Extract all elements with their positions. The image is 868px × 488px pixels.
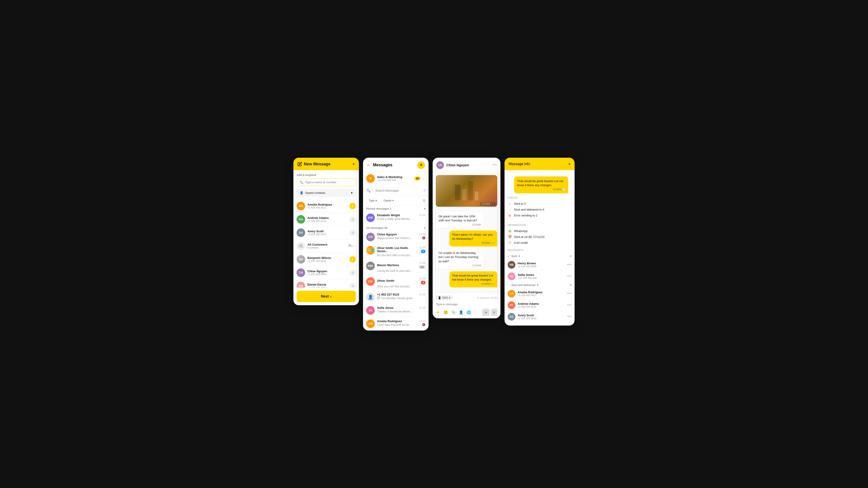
contact-name: Chloe Nguyen [307,269,347,273]
search-input[interactable] [305,181,353,184]
check-icon: ✓ [508,255,510,258]
more-options-button[interactable]: ••• [493,163,497,167]
avatar: AA [297,215,305,224]
muted-icon: 🔇 [422,236,426,239]
view-options-icon: ⊞ [423,199,426,202]
whatsapp-icon: ✳️ [508,229,512,233]
channel-row: ✳️ WhatsApp [508,228,571,234]
conv-preview: Yes Monday sounds great [381,297,412,300]
contact-add-button[interactable]: + [349,230,356,236]
recipient-name: Andrew Adams [518,302,565,305]
lightning-button[interactable]: ⚡ [436,310,440,315]
error-icon: ⊗ [508,214,512,217]
group-avatar [297,242,305,250]
chat-contact-name: Chloe Nguyen [446,163,469,167]
contact-add-button[interactable]: + [349,283,356,288]
recipient-more-button[interactable]: ••• [567,291,571,296]
sent-message-text: That would be great thanks! Let me know … [517,179,565,187]
recipient-more-button[interactable]: ••• [567,274,571,279]
recipient-more-button[interactable]: ••• [567,314,571,319]
pinned-messages-section: Pinned messages 1 ▾ [363,205,429,211]
panel4-close-button[interactable]: × [568,162,570,166]
panel2-title: Messages [373,163,393,167]
conversation-item[interactable]: OS Oliver Smith 11:30 4 Sure, you can fi… [363,275,429,291]
contact-check-button[interactable]: ✓ [349,203,356,209]
recipient-number: +(1) 224 456 544 [518,276,565,279]
contact-name: Amelia Rodriguez [307,203,347,206]
saved-contacts-button[interactable]: 👤 Saved contacts ▾ [297,189,356,197]
panel4-header: Message info × [504,158,575,170]
group-action: › [348,244,356,248]
clock-icon: ⏱ [508,241,512,245]
active-conversation-bar[interactable]: S Sales & Marketing +(1) 224 456 544 10 … [363,172,429,185]
recipient-number: +1 425 425 0008 [518,265,565,268]
conv-time: 11:30 [419,277,426,280]
avatar: DG [297,282,305,288]
avatar: CN [436,161,444,169]
saved-contacts-label: Saved contacts [305,191,325,195]
recipient-name: Amelia Rodriguez [518,291,565,294]
avatar: BW [297,255,305,264]
message-input[interactable] [436,302,497,307]
information-section: INFORMATION ✳️ WhatsApp 📅 Sent at 18:48,… [504,221,575,246]
sms-channel-button[interactable]: 📱 SMS ▾ [436,295,452,300]
send-options-button[interactable]: ▾ [491,308,497,316]
emoji-button[interactable]: 🙂 [443,310,448,315]
contacts-button[interactable]: 👤 [459,310,463,315]
send-button[interactable]: ➤ [482,308,490,316]
search-icon: 🔍 [366,188,371,193]
contact-item: BW Benjamin Wilson +1 425 425 0014 ✓ [297,253,356,266]
recipient-item: SJ Sofia Jones +(1) 224 456 544 ••• [508,271,571,282]
contact-check-button[interactable]: ✓ [349,256,356,263]
attachment-button[interactable]: 📎 [451,310,456,315]
chevron-right-icon: › [330,294,331,298]
conversation-item[interactable]: OS LS Oliver Smith, Leo Smith, Hector...… [363,244,429,259]
translate-button[interactable]: 🌐 [467,310,471,315]
recipient-item: AS Avery Scott +1 425 425 0015 ••• [508,311,571,322]
avatar: HB [508,261,515,269]
clock-icon: 🕙 [562,188,565,191]
sent-message-time: 10:50AM 🕙 [517,188,565,191]
channel-label: WhatsApp [514,229,528,233]
recipient-name: Henry Brown [518,262,565,265]
chevron-down-icon: ▾ [393,199,394,202]
contact-add-button[interactable]: + [349,269,356,276]
panel1-footer: Next › [293,288,359,305]
chevron-down-icon: ▾ [424,207,426,210]
muted-icon: 🔇 [422,323,426,326]
avatar: CN [366,233,375,241]
credit-row: ⏱ 0.02 credit [508,240,571,246]
message-text: Ok great I can take the 1PM shift next T… [438,215,481,223]
conv-time: 11:30 [419,306,426,309]
status-section: STATUS ✓ Sent to 2 ✓ Sent and delivered … [504,193,575,219]
message-time: 10:50AM ✓✓ [452,283,495,285]
conversation-item[interactable]: SJ Sofia Jones 11:30 Thanks! It should b… [363,304,429,317]
conv-preview: Do you also offer a non-profit discount.… [377,254,413,257]
unread-badge: LC [419,265,426,269]
panel1-close-button[interactable]: × [352,162,355,166]
recipient-more-button[interactable]: ••• [567,262,571,267]
add-message-button[interactable]: + [417,161,425,169]
conversation-item[interactable]: MM Mason Martinez 11:30 LC Loving the lo… [363,259,429,275]
conversation-item[interactable]: CN Chloe Nguyen 11:30 Happy to hear that… [363,230,429,244]
search-bar: 🔍 ≡ [363,185,429,196]
conversation-item[interactable]: EW Elizabeth Wright 11:30 It was a reall… [363,211,429,225]
back-button[interactable]: ← [367,163,371,167]
type-filter-button[interactable]: Type ▾ [366,198,379,203]
conversation-item[interactable]: 👤 +1 902 227 9123 11:30 💬 Yes Monday sou… [363,291,429,304]
image-timestamp: 10:50AM ✓✓ [480,202,495,205]
conv-name: Amelia Rodriguez [377,320,402,323]
recipient-item: RT Andrew Adams +1 425 425 0018 ••• [508,300,571,311]
contact-item: DG Daniel Garcia +1 425 425 0020 + [297,280,356,288]
message-time: 10:50AM ✓✓ [452,242,495,244]
message-bubble-received: I'm unable to do Wednesday, but I can do… [436,249,484,269]
sent-icon: ✓ [508,202,512,205]
owner-filter-button[interactable]: Owner ▾ [381,198,396,203]
next-button[interactable]: Next › [297,291,356,302]
group-info: Ad Customers 6 contacts [307,243,346,249]
contact-add-button[interactable]: + [349,216,356,223]
recipient-more-button[interactable]: ••• [567,303,571,307]
message-text: That would be great thanks! Let me know … [452,273,495,282]
conversation-item[interactable]: AR Amelia Rodriguez 11:30 I can't take t… [363,317,429,330]
search-messages-input[interactable] [373,187,422,194]
